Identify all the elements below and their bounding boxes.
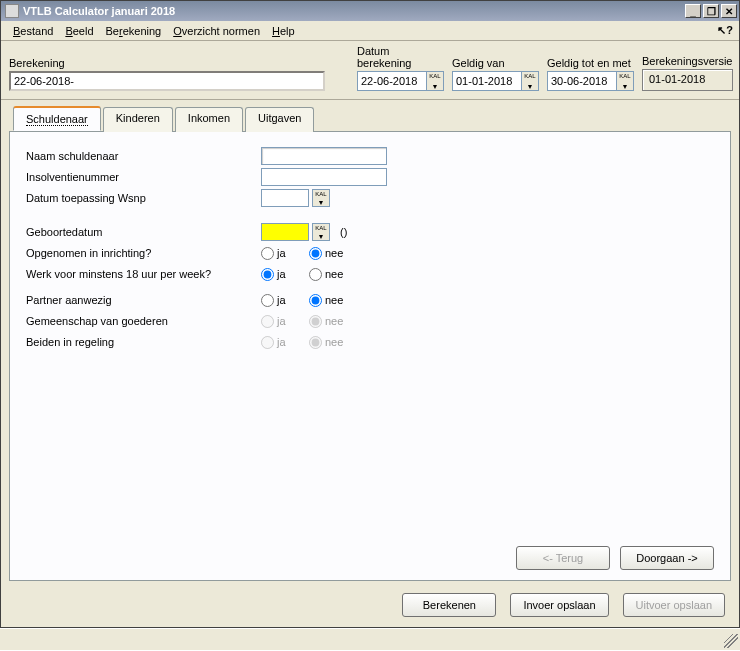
partner-radio-group: ja nee xyxy=(261,294,353,307)
age-display: () xyxy=(340,226,347,238)
titlebar: VTLB Calculator januari 2018 _ ❐ ✕ xyxy=(1,1,739,21)
calendar-icon[interactable] xyxy=(312,223,330,241)
partner-nee-radio[interactable] xyxy=(309,294,322,307)
opgenomen-radio-group: ja nee xyxy=(261,247,353,260)
menu-help[interactable]: Help xyxy=(266,23,301,39)
menubar: Bestand Beeld Berekening Overzicht norme… xyxy=(1,21,739,41)
partner-label: Partner aanwezig xyxy=(26,294,261,306)
geboortedatum-label: Geboortedatum xyxy=(26,226,261,238)
uitvoer-opslaan-button: Uitvoer opslaan xyxy=(623,593,725,617)
geldig-tot-label: Geldig tot en met xyxy=(547,57,634,69)
naam-schuldenaar-label: Naam schuldenaar xyxy=(26,150,261,162)
tab-uitgaven[interactable]: Uitgaven xyxy=(245,107,314,132)
naam-schuldenaar-input[interactable] xyxy=(261,147,387,165)
geldig-van-label: Geldig van xyxy=(452,57,539,69)
minimize-button[interactable]: _ xyxy=(685,4,701,18)
berekeningsversie-label: Berekeningsversie xyxy=(642,55,733,67)
datum-wsnp-label: Datum toepassing Wsnp xyxy=(26,192,261,204)
window-title: VTLB Calculator januari 2018 xyxy=(23,5,685,17)
datum-berekening-label: Datum berekening xyxy=(357,45,444,69)
beiden-nee-radio xyxy=(309,336,322,349)
app-icon xyxy=(5,4,19,18)
berekenen-button[interactable]: Berekenen xyxy=(402,593,496,617)
berekening-label: Berekening xyxy=(9,57,349,69)
geboortedatum-input[interactable] xyxy=(261,223,309,241)
calendar-icon[interactable] xyxy=(521,71,539,91)
gemeenschap-nee-radio xyxy=(309,315,322,328)
close-button[interactable]: ✕ xyxy=(721,4,737,18)
insolventienummer-input[interactable] xyxy=(261,168,387,186)
menu-overzicht[interactable]: Overzicht normen xyxy=(167,23,266,39)
geldig-van-input[interactable] xyxy=(452,71,522,91)
gemeenschap-label: Gemeenschap van goederen xyxy=(26,315,261,327)
tab-inkomen[interactable]: Inkomen xyxy=(175,107,243,132)
tab-panel-schuldenaar: Naam schuldenaar Insolventienummer Datum… xyxy=(9,131,731,581)
werk18-radio-group: ja nee xyxy=(261,268,353,281)
panel-footer: <- Terug Doorgaan -> xyxy=(26,538,714,570)
tabstrip: Schuldenaar Kinderen Inkomen Uitgaven xyxy=(1,100,739,131)
opgenomen-label: Opgenomen in inrichting? xyxy=(26,247,261,259)
berekening-input[interactable] xyxy=(9,71,325,91)
geldig-tot-input[interactable] xyxy=(547,71,617,91)
terug-button: <- Terug xyxy=(516,546,610,570)
invoer-opslaan-button[interactable]: Invoer opslaan xyxy=(510,593,608,617)
top-fields: Berekening Datum berekening Geldig van G… xyxy=(1,41,739,100)
doorgaan-button[interactable]: Doorgaan -> xyxy=(620,546,714,570)
werk18-label: Werk voor minstens 18 uur per week? xyxy=(26,268,261,280)
beiden-label: Beiden in regeling xyxy=(26,336,261,348)
beiden-radio-group: ja nee xyxy=(261,336,353,349)
werk18-ja-radio[interactable] xyxy=(261,268,274,281)
calendar-icon[interactable] xyxy=(616,71,634,91)
tab-schuldenaar[interactable]: Schuldenaar xyxy=(13,106,101,131)
datum-wsnp-input[interactable] xyxy=(261,189,309,207)
resize-grip-icon[interactable] xyxy=(724,634,738,648)
app-window: VTLB Calculator januari 2018 _ ❐ ✕ Besta… xyxy=(0,0,740,628)
calendar-icon[interactable] xyxy=(426,71,444,91)
datum-berekening-input[interactable] xyxy=(357,71,427,91)
insolventienummer-label: Insolventienummer xyxy=(26,171,261,183)
werk18-nee-radio[interactable] xyxy=(309,268,322,281)
berekeningsversie-value: 01-01-2018 xyxy=(642,69,733,91)
opgenomen-ja-radio[interactable] xyxy=(261,247,274,260)
statusbar xyxy=(0,628,740,650)
beiden-ja-radio xyxy=(261,336,274,349)
context-help-icon[interactable]: ↖? xyxy=(713,24,733,37)
partner-ja-radio[interactable] xyxy=(261,294,274,307)
bottom-bar: Berekenen Invoer opslaan Uitvoer opslaan xyxy=(1,587,739,627)
gemeenschap-ja-radio xyxy=(261,315,274,328)
opgenomen-nee-radio[interactable] xyxy=(309,247,322,260)
tab-kinderen[interactable]: Kinderen xyxy=(103,107,173,132)
gemeenschap-radio-group: ja nee xyxy=(261,315,353,328)
maximize-button[interactable]: ❐ xyxy=(703,4,719,18)
menu-berekening[interactable]: Berekening xyxy=(100,23,168,39)
menu-beeld[interactable]: Beeld xyxy=(59,23,99,39)
menu-bestand[interactable]: Bestand xyxy=(7,23,59,39)
calendar-icon[interactable] xyxy=(312,189,330,207)
